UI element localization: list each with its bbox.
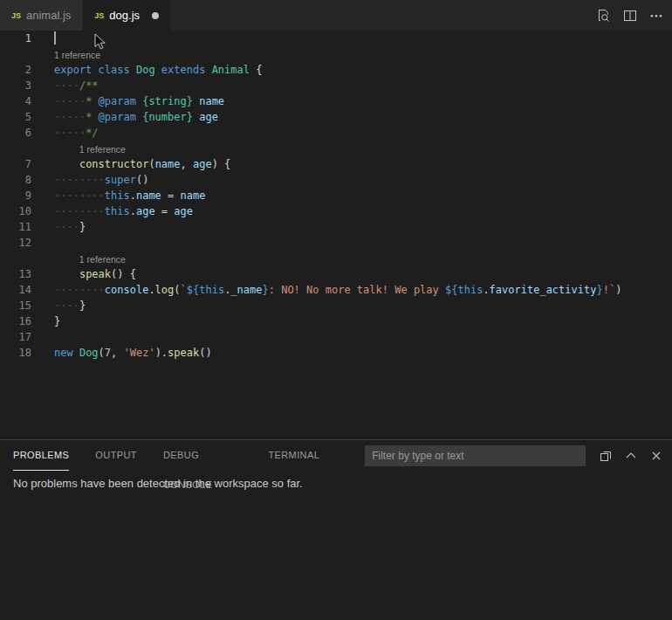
- codelens-reference-link[interactable]: 1 reference: [0, 141, 672, 156]
- code-line[interactable]: 2export class Dog extends Animal {: [0, 62, 672, 78]
- codelens-reference-link[interactable]: 1 reference: [0, 46, 672, 62]
- code-line[interactable]: 3····/**: [0, 78, 672, 93]
- code-line[interactable]: 16}: [0, 313, 672, 329]
- panel-tab-problems[interactable]: PROBLEMS: [13, 440, 69, 471]
- code-line[interactable]: 8········super(): [0, 172, 672, 188]
- line-number[interactable]: 8: [0, 172, 31, 188]
- token: !`: [603, 284, 615, 296]
- panel-tab-terminal[interactable]: TERMINAL: [268, 440, 319, 471]
- token: ····: [54, 79, 79, 92]
- line-number[interactable]: 17: [0, 329, 31, 345]
- code-line[interactable]: 11····}: [0, 219, 672, 235]
- token: this: [457, 284, 483, 296]
- token: (: [174, 284, 180, 296]
- code-line[interactable]: 4·····* @param {string} name: [0, 93, 672, 109]
- token: speak: [168, 347, 199, 359]
- modified-dot-icon[interactable]: [152, 12, 159, 19]
- token: speak: [79, 268, 111, 280]
- line-number[interactable]: 12: [0, 235, 31, 251]
- code-line[interactable]: 7 constructor(name, age) {: [0, 156, 672, 172]
- file-search-icon[interactable]: [595, 7, 613, 24]
- chevron-up-icon[interactable]: [622, 447, 640, 465]
- code-line[interactable]: 13 speak() {: [0, 266, 672, 282]
- line-number[interactable]: 13: [0, 266, 31, 282]
- line-number[interactable]: 15: [0, 298, 31, 313]
- token: log: [155, 284, 175, 296]
- codelens-reference-link[interactable]: 1 reference: [0, 251, 672, 266]
- code-text: export class Dog extends Animal {: [54, 62, 262, 78]
- token: ········: [54, 174, 105, 186]
- line-number[interactable]: 6: [0, 125, 31, 141]
- token: ) {: [212, 158, 231, 170]
- tab-animal-js[interactable]: JS animal.js: [0, 0, 83, 31]
- line-number[interactable]: 10: [0, 203, 31, 219]
- code-line[interactable]: 17: [0, 329, 672, 345]
- token: =: [155, 205, 175, 217]
- code-line[interactable]: 9········this.name = name: [0, 188, 672, 203]
- token: @param: [99, 111, 143, 123]
- token: }: [54, 315, 60, 327]
- code-text: }: [54, 313, 60, 329]
- token: export: [54, 64, 99, 76]
- token: this: [199, 284, 224, 296]
- split-editor-icon[interactable]: [621, 7, 639, 24]
- panel-tab-debug-console[interactable]: DEBUG CONSOLE: [163, 440, 242, 471]
- code-text: constructor(name, age) {: [54, 156, 230, 172]
- token: {string}: [142, 95, 199, 107]
- code-line[interactable]: 1: [0, 31, 672, 46]
- javascript-file-icon: JS: [94, 11, 104, 20]
- code-text: ····}: [54, 219, 86, 235]
- token: _name: [230, 284, 262, 296]
- token: */: [86, 127, 98, 139]
- token: ········: [54, 205, 105, 217]
- token: : NO! No more talk! We play: [269, 284, 445, 296]
- tab-dog-js[interactable]: JS dog.js: [83, 0, 171, 31]
- more-actions-icon[interactable]: [648, 7, 665, 24]
- line-number[interactable]: 14: [0, 282, 31, 298]
- token: Dog: [79, 347, 99, 359]
- line-number[interactable]: 2: [0, 62, 31, 78]
- code-line[interactable]: 5·····* @param {number} age: [0, 109, 672, 125]
- line-number[interactable]: 9: [0, 188, 31, 203]
- line-number[interactable]: 16: [0, 313, 31, 329]
- token: constructor: [79, 158, 148, 170]
- panel-tab-output[interactable]: OUTPUT: [95, 440, 137, 471]
- code-line[interactable]: 12: [0, 235, 672, 251]
- code-line[interactable]: 10········this.age = age: [0, 203, 672, 219]
- code-line[interactable]: 18new Dog(7, 'Wez').speak(): [0, 345, 672, 361]
- line-number[interactable]: 5: [0, 109, 31, 125]
- token: this: [105, 189, 130, 202]
- code-editor[interactable]: 11 reference2export class Dog extends An…: [0, 31, 672, 439]
- token: age: [136, 205, 155, 217]
- token: }: [79, 221, 86, 233]
- tab-bar: JS animal.js JS dog.js: [0, 0, 672, 31]
- token: age: [193, 158, 212, 170]
- line-number[interactable]: 18: [0, 345, 31, 361]
- code-text: ········this.name = name: [54, 188, 205, 203]
- problems-filter-input[interactable]: [365, 445, 586, 466]
- token: ·····: [54, 127, 86, 139]
- collapse-all-icon[interactable]: [597, 447, 614, 465]
- token: name: [181, 189, 206, 202]
- token: ·····: [54, 111, 86, 123]
- token: @param: [99, 95, 143, 107]
- code-line[interactable]: 14········console.log(`${this._name}: NO…: [0, 282, 672, 298]
- code-text: ····/**: [54, 78, 99, 93]
- line-number[interactable]: 1: [0, 31, 31, 46]
- code-line[interactable]: 6·····*/: [0, 125, 672, 141]
- line-number[interactable]: 7: [0, 156, 31, 172]
- line-number[interactable]: 3: [0, 78, 31, 93]
- tab-label: animal.js: [26, 9, 71, 22]
- code-line[interactable]: 15····}: [0, 298, 672, 313]
- token: [54, 158, 79, 170]
- close-icon[interactable]: [648, 447, 665, 465]
- line-number[interactable]: 4: [0, 93, 31, 109]
- code-text: ········this.age = age: [54, 203, 193, 219]
- editor-actions: [595, 0, 672, 31]
- code-text: ·····* @param {number} age: [54, 109, 218, 125]
- token: name: [199, 95, 224, 107]
- code-text: ········console.log(`${this._name}: NO! …: [54, 282, 621, 298]
- token: (: [99, 347, 105, 359]
- line-number[interactable]: 11: [0, 219, 31, 235]
- token: }: [262, 284, 268, 296]
